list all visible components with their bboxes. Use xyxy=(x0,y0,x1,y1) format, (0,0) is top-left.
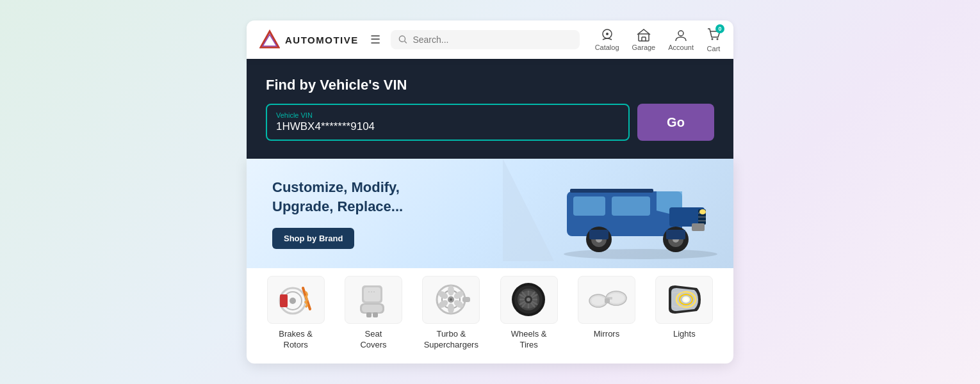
vin-title: Find by Vehicle's VIN xyxy=(266,77,714,93)
svg-rect-29 xyxy=(666,230,685,239)
svg-point-12 xyxy=(717,38,719,40)
svg-point-33 xyxy=(564,249,717,259)
category-item-mirrors[interactable]: Mirrors xyxy=(575,276,639,351)
svg-point-10 xyxy=(678,31,683,36)
svg-point-79 xyxy=(684,298,688,301)
catalog-icon xyxy=(600,28,614,42)
account-label: Account xyxy=(668,44,694,51)
search-input[interactable] xyxy=(412,35,571,45)
svg-rect-42 xyxy=(362,305,382,312)
catalog-nav-item[interactable]: Catalog xyxy=(595,28,619,51)
svg-rect-40 xyxy=(364,287,380,301)
search-bar[interactable] xyxy=(391,30,580,49)
svg-point-5 xyxy=(606,33,608,35)
svg-point-55 xyxy=(450,298,452,301)
category-grid: Brakes &Rotors xyxy=(247,268,733,364)
cart-nav-item[interactable]: 0 Cart xyxy=(706,27,721,52)
hero-text: Customize, Modify,Upgrade, Replace... Sh… xyxy=(272,178,403,248)
svg-rect-44 xyxy=(373,312,378,317)
svg-rect-20 xyxy=(573,196,605,216)
shop-by-brand-button[interactable]: Shop by Brand xyxy=(272,228,354,249)
mirror-icon xyxy=(584,280,629,319)
svg-rect-43 xyxy=(366,312,372,317)
mirrors-label: Mirrors xyxy=(594,329,619,340)
vin-input[interactable] xyxy=(276,120,619,133)
category-item-wheels[interactable]: Wheels &Tires xyxy=(497,276,561,351)
hero-title: Customize, Modify,Upgrade, Replace... xyxy=(272,178,403,216)
search-icon xyxy=(398,35,408,45)
catalog-label: Catalog xyxy=(595,44,619,51)
svg-point-11 xyxy=(712,38,714,40)
mirrors-image xyxy=(578,276,635,324)
wheels-image xyxy=(500,276,558,324)
lights-icon xyxy=(664,280,705,319)
category-item-seat-covers[interactable]: SeatCovers xyxy=(341,276,405,351)
brakes-label: Brakes &Rotors xyxy=(279,329,313,351)
lights-label: Lights xyxy=(673,329,696,340)
category-item-brakes[interactable]: Brakes &Rotors xyxy=(264,276,328,351)
account-icon xyxy=(674,28,688,42)
navbar: AUTOMOTIVE ☰ Catalog xyxy=(247,20,733,59)
content-card: Customize, Modify,Upgrade, Replace... Sh… xyxy=(247,159,733,363)
menu-icon[interactable]: ☰ xyxy=(370,33,380,47)
seat-icon xyxy=(352,280,394,319)
garage-nav-item[interactable]: Garage xyxy=(632,28,656,51)
account-nav-item[interactable]: Account xyxy=(668,28,694,51)
seat-covers-image xyxy=(345,276,402,324)
vin-label: Vehicle VIN xyxy=(276,111,619,119)
vin-form: Vehicle VIN Go xyxy=(266,104,714,141)
wheels-label: Wheels &Tires xyxy=(511,329,547,351)
svg-rect-30 xyxy=(692,223,705,231)
garage-icon xyxy=(637,28,651,42)
garage-label: Garage xyxy=(632,44,656,51)
brakes-image xyxy=(267,276,325,324)
svg-rect-56 xyxy=(462,297,470,302)
turbo-image xyxy=(422,276,480,324)
svg-rect-32 xyxy=(570,189,653,193)
svg-point-51 xyxy=(448,303,454,314)
lights-image xyxy=(655,276,713,324)
nav-actions: Catalog Garage Account xyxy=(595,27,721,52)
logo-text: AUTOMOTIVE xyxy=(285,35,359,45)
svg-point-2 xyxy=(399,36,405,42)
wheel-icon xyxy=(508,280,550,319)
category-item-turbo[interactable]: Turbo &Superchargers xyxy=(419,276,483,351)
brakes-icon xyxy=(275,280,316,319)
hero-triangle-decoration xyxy=(503,159,554,261)
svg-line-3 xyxy=(404,42,406,44)
svg-point-31 xyxy=(699,209,706,214)
hero-image-area xyxy=(516,159,733,268)
truck-illustration xyxy=(528,166,721,262)
svg-rect-21 xyxy=(612,196,650,216)
svg-point-70 xyxy=(591,296,605,305)
cart-label: Cart xyxy=(707,45,721,52)
svg-point-68 xyxy=(527,298,530,301)
svg-point-36 xyxy=(290,298,296,304)
logo-icon xyxy=(259,29,280,50)
turbo-icon xyxy=(430,280,472,319)
hero-banner: Customize, Modify,Upgrade, Replace... Sh… xyxy=(247,159,733,268)
vin-section: Find by Vehicle's VIN Vehicle VIN Go xyxy=(247,59,733,159)
svg-rect-38 xyxy=(280,294,288,307)
category-item-lights[interactable]: Lights xyxy=(652,276,716,351)
svg-rect-28 xyxy=(589,230,608,239)
vin-go-button[interactable]: Go xyxy=(637,104,714,141)
turbo-label: Turbo &Superchargers xyxy=(424,329,478,351)
svg-rect-75 xyxy=(605,298,610,303)
cart-badge: 0 xyxy=(715,24,724,33)
nav-logo[interactable]: AUTOMOTIVE xyxy=(259,29,359,50)
vin-input-wrapper: Vehicle VIN xyxy=(266,104,630,141)
seat-covers-label: SeatCovers xyxy=(360,329,386,351)
svg-point-48 xyxy=(448,285,454,296)
